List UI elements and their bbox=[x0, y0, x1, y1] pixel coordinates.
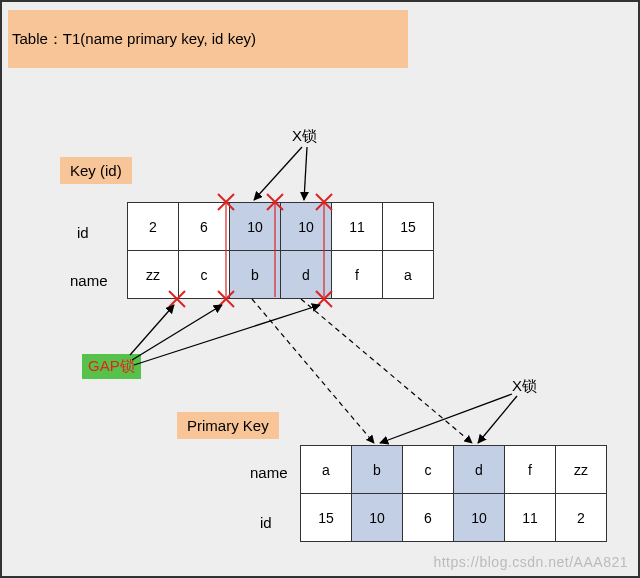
table-row: 15 10 6 10 11 2 bbox=[301, 494, 607, 542]
pk-name-3: d bbox=[454, 446, 505, 494]
pk-id-4: 11 bbox=[505, 494, 556, 542]
xlock-label-bottom: X锁 bbox=[512, 377, 537, 396]
top-row-label-name: name bbox=[70, 272, 108, 289]
table-row: zz c b d f a bbox=[128, 251, 434, 299]
pk-id-5: 2 bbox=[556, 494, 607, 542]
xlock-label-top: X锁 bbox=[292, 127, 317, 146]
cell-id-0: 2 bbox=[128, 203, 179, 251]
table-title: Table：T1(name primary key, id key) bbox=[8, 10, 408, 68]
cell-id-2: 10 bbox=[230, 203, 281, 251]
svg-line-18 bbox=[132, 305, 222, 360]
key-id-label-text: Key (id) bbox=[70, 162, 122, 179]
cell-name-1: c bbox=[179, 251, 230, 299]
cell-name-2: b bbox=[230, 251, 281, 299]
key-id-label: Key (id) bbox=[60, 157, 132, 184]
cell-name-3: d bbox=[281, 251, 332, 299]
pk-name-4: f bbox=[505, 446, 556, 494]
cell-id-1: 6 bbox=[179, 203, 230, 251]
table-title-text: Table：T1(name primary key, id key) bbox=[12, 30, 256, 49]
gap-lock-label-text: GAP锁 bbox=[88, 357, 135, 374]
svg-line-19 bbox=[134, 305, 320, 365]
pk-id-3: 10 bbox=[454, 494, 505, 542]
pk-name-5: zz bbox=[556, 446, 607, 494]
pk-id-2: 6 bbox=[403, 494, 454, 542]
cell-name-0: zz bbox=[128, 251, 179, 299]
cell-id-3: 10 bbox=[281, 203, 332, 251]
primary-key-label-text: Primary Key bbox=[187, 417, 269, 434]
svg-line-1 bbox=[304, 147, 307, 200]
gap-lock-label: GAP锁 bbox=[82, 354, 141, 379]
primary-key-table: a b c d f zz 15 10 6 10 11 2 bbox=[300, 445, 607, 542]
pk-name-0: a bbox=[301, 446, 352, 494]
svg-line-0 bbox=[254, 147, 302, 200]
svg-line-22 bbox=[380, 394, 512, 443]
table-row: a b c d f zz bbox=[301, 446, 607, 494]
svg-line-17 bbox=[130, 305, 174, 355]
key-id-table: 2 6 10 10 11 15 zz c b d f a bbox=[127, 202, 434, 299]
table-row: 2 6 10 10 11 15 bbox=[128, 203, 434, 251]
svg-line-21 bbox=[301, 299, 472, 443]
top-row-label-id: id bbox=[77, 224, 89, 241]
cell-id-4: 11 bbox=[332, 203, 383, 251]
pk-name-1: b bbox=[352, 446, 403, 494]
cell-name-4: f bbox=[332, 251, 383, 299]
pk-id-1: 10 bbox=[352, 494, 403, 542]
pk-name-2: c bbox=[403, 446, 454, 494]
bottom-row-label-name: name bbox=[250, 464, 288, 481]
svg-line-23 bbox=[478, 396, 517, 443]
watermark: https://blog.csdn.net/AAA821 bbox=[433, 554, 628, 570]
pk-id-0: 15 bbox=[301, 494, 352, 542]
cell-name-5: a bbox=[383, 251, 434, 299]
bottom-row-label-id: id bbox=[260, 514, 272, 531]
primary-key-label: Primary Key bbox=[177, 412, 279, 439]
cell-id-5: 15 bbox=[383, 203, 434, 251]
